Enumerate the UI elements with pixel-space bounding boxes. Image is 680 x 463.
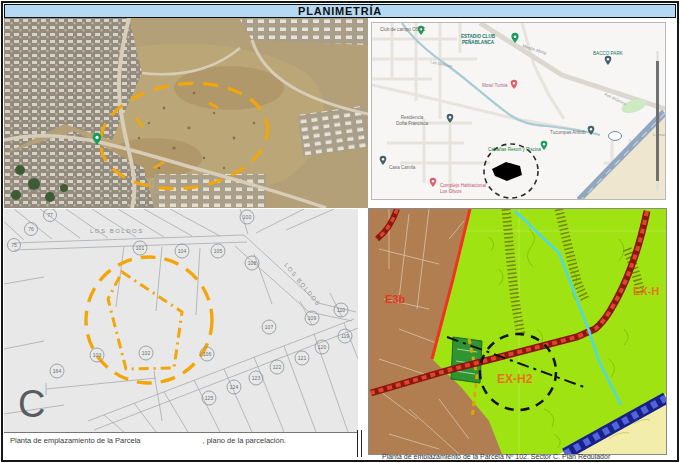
poi-label: Residencia bbox=[401, 115, 424, 120]
street-label: LOS BOLDOS bbox=[90, 228, 144, 234]
poi-label: PEÑABLANCA bbox=[462, 39, 495, 45]
caption-right-text: Planta de emplazamiento de la Parcela Nº… bbox=[382, 453, 610, 459]
svg-text:104: 104 bbox=[178, 248, 187, 254]
poi-label: Cabañas Resort y Piscina bbox=[488, 147, 541, 152]
svg-text:119: 119 bbox=[341, 333, 349, 339]
svg-text:125: 125 bbox=[205, 395, 214, 401]
svg-text:122: 122 bbox=[273, 364, 282, 370]
svg-text:107: 107 bbox=[265, 324, 274, 330]
poi-label: Casa Camila bbox=[389, 165, 416, 170]
svg-text:110: 110 bbox=[337, 307, 345, 313]
zone-label-exh2: EX-H2 bbox=[497, 372, 533, 386]
poi-label: Club de campo OSYC bbox=[380, 27, 426, 32]
svg-text:120: 120 bbox=[318, 344, 327, 350]
satellite-photo-panel bbox=[4, 18, 368, 208]
parcel-plan-panel: LOS BOLDOS LOS BOLDOS C 75 76 77 100 101… bbox=[4, 209, 358, 433]
zone-label-e3b: E3b bbox=[385, 293, 405, 305]
svg-text:76: 76 bbox=[28, 226, 34, 232]
svg-text:164: 164 bbox=[53, 368, 62, 374]
planimetry-sheet: PLANIMETRÍA bbox=[0, 0, 680, 463]
poi-label: ESTADIO CLUB bbox=[461, 34, 496, 39]
svg-text:102: 102 bbox=[142, 350, 151, 356]
street-map: Club de campo OSYC ESTADIO CLUB PEÑABLAN… bbox=[372, 23, 665, 199]
poi-label: BACCO PARK bbox=[593, 51, 624, 56]
sector-letter: C bbox=[18, 383, 45, 425]
svg-text:121: 121 bbox=[298, 355, 307, 361]
caption-divider bbox=[357, 430, 362, 457]
svg-text:75: 75 bbox=[11, 242, 17, 248]
svg-text:77: 77 bbox=[47, 212, 53, 218]
title-bar: PLANIMETRÍA bbox=[4, 4, 676, 18]
poi-label: Los Olivos bbox=[440, 189, 462, 194]
route-shield-icon bbox=[609, 132, 622, 141]
satellite-photo bbox=[4, 18, 368, 208]
zoning-map: E3b EX-H EX-H2 bbox=[369, 209, 666, 454]
svg-text:105: 105 bbox=[214, 248, 223, 254]
caption-left: Planta de emplazamiento de la Parcela , … bbox=[4, 436, 354, 450]
poi-label: Complejo Habitacional bbox=[440, 183, 486, 188]
svg-text:123: 123 bbox=[252, 375, 261, 381]
svg-text:124: 124 bbox=[230, 384, 239, 390]
zone-label-exh: EX-H bbox=[633, 285, 659, 297]
svg-text:108: 108 bbox=[248, 260, 257, 266]
svg-text:103: 103 bbox=[93, 352, 102, 358]
page-title: PLANIMETRÍA bbox=[298, 5, 382, 17]
svg-text:101: 101 bbox=[136, 245, 145, 251]
caption-left-text2: , plano de la parcelación. bbox=[141, 436, 286, 450]
poi-label: Doña Francisca bbox=[396, 121, 429, 126]
street-map-panel[interactable]: Club de campo OSYC ESTADIO CLUB PEÑABLAN… bbox=[371, 22, 666, 200]
parcel-plan: LOS BOLDOS LOS BOLDOS C 75 76 77 100 101… bbox=[4, 209, 358, 432]
caption-right: Planta de emplazamiento de la Parcela Nº… bbox=[372, 452, 664, 459]
poi-label: Tucumpas Airbnb bbox=[550, 130, 586, 135]
zoning-map-panel: E3b EX-H EX-H2 bbox=[368, 208, 667, 455]
svg-text:106: 106 bbox=[203, 351, 212, 357]
svg-text:100: 100 bbox=[243, 214, 252, 220]
poi-label: Motel Turbia bbox=[482, 83, 508, 88]
caption-left-text: Planta de emplazamiento de la Parcela bbox=[4, 436, 141, 450]
svg-text:109: 109 bbox=[308, 315, 317, 321]
